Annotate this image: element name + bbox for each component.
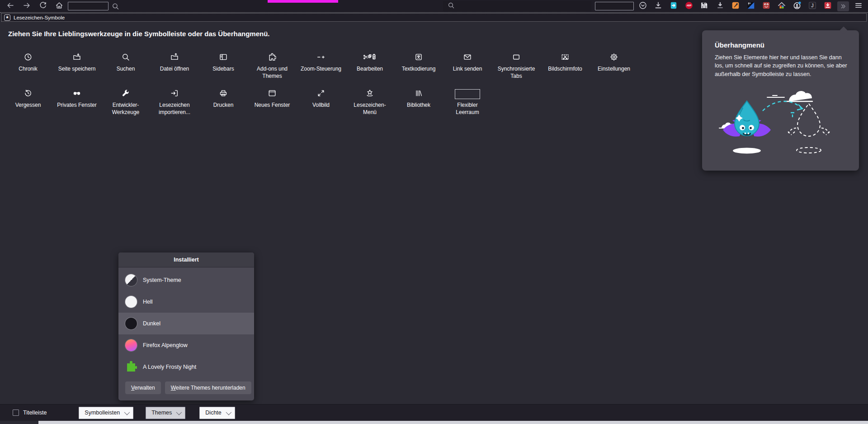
extension-j-button[interactable]: J xyxy=(805,0,820,12)
theme-name: System-Theme xyxy=(143,277,181,283)
flexible-space-box xyxy=(455,89,480,99)
addons-icon xyxy=(268,51,276,63)
reload-button[interactable] xyxy=(36,1,50,12)
theme-option-a-lovely-frosty-night[interactable]: A Lovely Frosty Night xyxy=(118,356,254,378)
footer-dropdown-symbolleisten[interactable]: Symbolleisten xyxy=(79,407,133,419)
bookmarks-toolbar-label: Lesezeichen-Symbole xyxy=(14,15,65,20)
overflow-menu-panel: Überhangmenü Ziehen Sie Elemente hier he… xyxy=(702,30,859,171)
palette-item-label: Flexibler Leerraum xyxy=(445,102,490,116)
titlebar-checkbox[interactable] xyxy=(13,410,19,416)
bookmarks-toolbar-item[interactable]: ★ Lesezeichen-Symbole xyxy=(1,13,867,22)
send-page-button[interactable] xyxy=(666,0,681,12)
overflow-chevron-icon xyxy=(837,1,849,11)
overflow-menu-title: Überhangmenü xyxy=(715,41,847,49)
palette-item-label: Neues Fenster xyxy=(250,102,294,109)
palette-item-save-page[interactable]: Seite speichern xyxy=(52,51,101,87)
download-manager-button[interactable] xyxy=(712,0,727,12)
palette-item-text-encoding[interactable]: Textkodierung xyxy=(394,51,443,87)
extension-search-field[interactable] xyxy=(595,2,634,10)
palette-item-label: Synchronisierte Tabs xyxy=(494,66,538,80)
footer-dropdowns: SymbolleistenThemesDichte xyxy=(47,407,235,419)
theme-option-hell[interactable]: Hell xyxy=(118,291,254,313)
palette-item-screenshot[interactable]: Bildschirmfoto xyxy=(541,51,590,87)
edit-icon xyxy=(363,51,377,63)
palette-item-label: Textkodierung xyxy=(396,66,441,73)
adblock-plus-icon: ABP xyxy=(685,1,693,11)
palette-item-label: Entwickler-Werkzeuge xyxy=(104,102,148,116)
palette-item-sidebars[interactable]: Sidebars xyxy=(199,51,248,87)
save-disk-button[interactable] xyxy=(697,0,712,12)
extension-smiley-button[interactable] xyxy=(759,0,774,12)
menu-button[interactable] xyxy=(851,0,866,12)
theme-option-dunkel[interactable]: Dunkel xyxy=(118,313,254,334)
video-download-icon xyxy=(824,1,832,11)
extension-j-icon: J xyxy=(808,1,816,11)
theme-option-system-theme[interactable]: System-Theme xyxy=(118,269,254,291)
theme-option-firefox-alpenglow[interactable]: Firefox Alpenglow xyxy=(118,334,254,356)
print-icon xyxy=(219,87,227,100)
back-icon xyxy=(6,1,15,11)
footer-dropdown-themes[interactable]: Themes xyxy=(146,407,185,419)
adblock-plus-button[interactable]: ABP xyxy=(681,0,697,12)
palette-item-edit[interactable]: Bearbeiten xyxy=(345,51,394,87)
palette-item-label: Suchen xyxy=(104,66,148,73)
address-bar[interactable] xyxy=(443,1,591,11)
palette-item-addons[interactable]: Add-ons und Themes xyxy=(248,51,297,87)
palette-item-library[interactable]: Bibliothek xyxy=(394,87,443,123)
forward-button[interactable] xyxy=(20,1,33,12)
pocket-button[interactable] xyxy=(635,0,651,12)
palette-item-fullscreen[interactable]: Vollbild xyxy=(297,87,345,123)
downloads-button[interactable] xyxy=(651,0,666,12)
overflow-chevron-button[interactable] xyxy=(835,0,851,12)
chevron-down-icon xyxy=(124,409,130,415)
palette-item-label: Bildschirmfoto xyxy=(543,66,587,73)
palette-item-flexible-space[interactable]: Flexibler Leerraum xyxy=(443,87,492,123)
palette-item-label: Chronik xyxy=(6,66,50,73)
palette-item-settings[interactable]: Einstellungen xyxy=(590,51,638,87)
palette-item-history[interactable]: Chronik xyxy=(4,51,52,87)
sidebars-icon xyxy=(219,51,227,63)
themes-popup-panel: Installiert System-ThemeHellDunkelFirefo… xyxy=(118,252,254,400)
palette-item-zoom-controls[interactable]: Zoom-Steuerung xyxy=(297,51,345,87)
palette-item-bookmarks-menu[interactable]: Lesezeichen-Menü xyxy=(345,87,394,123)
overflow-menu-description: Ziehen Sie Elemente hier her und lassen … xyxy=(715,53,849,78)
home-button[interactable] xyxy=(52,1,66,12)
extension-pixel-button[interactable] xyxy=(743,0,759,12)
extension-pixel-icon xyxy=(747,1,755,11)
download-themes-button[interactable]: Weitere Themes herunterladen xyxy=(165,381,251,394)
search-icon[interactable] xyxy=(110,1,120,11)
palette-item-print[interactable]: Drucken xyxy=(199,87,248,123)
firefox-customize-window: ABPJ ★ Lesezeichen-Symbole Ziehen Sie Ih… xyxy=(0,0,868,424)
browser-toolbar: ABPJ xyxy=(0,0,868,13)
video-download-button[interactable] xyxy=(820,0,835,12)
palette-item-mail[interactable]: Link senden xyxy=(443,51,492,87)
palette-item-dev-tools[interactable]: Entwickler-Werkzeuge xyxy=(101,87,150,123)
palette-item-search[interactable]: Suchen xyxy=(101,51,150,87)
palette-item-import-bookmarks[interactable]: Lesezeichen importieren... xyxy=(150,87,199,123)
palette-item-private-mask[interactable]: Privates Fenster xyxy=(52,87,101,123)
palette-item-forget[interactable]: Vergessen xyxy=(4,87,52,123)
palette-item-label: Seite speichern xyxy=(55,66,99,73)
titlebar-checkbox-label: Titelleiste xyxy=(23,410,47,416)
settings-icon xyxy=(610,51,618,63)
themes-popup-header: Installiert xyxy=(118,252,254,267)
extension-home-button[interactable] xyxy=(774,0,789,12)
manage-themes-button[interactable]: Verwalten xyxy=(125,381,161,394)
extension-home-icon xyxy=(778,1,786,11)
account-button[interactable] xyxy=(789,0,805,12)
palette-item-sync-tabs[interactable]: Synchronisierte Tabs xyxy=(492,51,541,87)
toolbar-extension-strip: ABPJ xyxy=(635,0,866,12)
footer-dropdown-dichte[interactable]: Dichte xyxy=(199,407,235,419)
window-bottom-edge xyxy=(38,421,868,424)
account-icon xyxy=(793,1,801,11)
titlebar-option[interactable]: Titelleiste xyxy=(13,410,47,416)
back-button[interactable] xyxy=(4,1,17,12)
toolbar-search-field[interactable] xyxy=(68,2,108,10)
palette-item-new-window[interactable]: Neues Fenster xyxy=(248,87,297,123)
palette-item-open-file[interactable]: Datei öffnen xyxy=(150,51,199,87)
palette-item-label: Lesezeichen-Menü xyxy=(348,102,392,116)
save-page-icon xyxy=(73,51,81,63)
extension-orange-button[interactable] xyxy=(728,0,743,12)
active-tab-indicator xyxy=(268,0,338,3)
chevron-down-icon xyxy=(176,409,182,415)
